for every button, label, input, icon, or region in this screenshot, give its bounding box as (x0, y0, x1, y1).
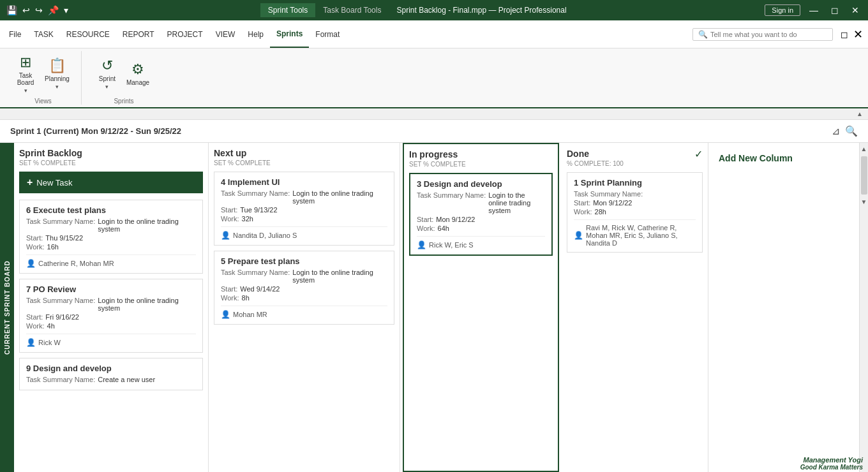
scrollbar[interactable]: ▲ ▼ (859, 143, 868, 472)
task-4-summary-value: Login to the online trading system (292, 189, 387, 205)
ribbon: ⊞ TaskBoard ▾ 📋 Planning ▾ Views ↺ Sprin… (0, 48, 868, 108)
task-6-assignee-names: Catherine R, Mohan MR (38, 260, 114, 267)
undo-icon[interactable]: ↩ (22, 5, 30, 15)
search-icon: 🔍 (698, 30, 708, 39)
ribbon-btn-task-board[interactable]: ⊞ TaskBoard ▾ (13, 52, 38, 96)
menu-close-button[interactable]: ✕ (851, 26, 865, 43)
task-7-summary-label: Task Summary Name: (26, 297, 95, 312)
signin-button[interactable]: Sign in (765, 4, 800, 16)
board-search-icon[interactable]: 🔍 (845, 125, 858, 137)
ribbon-btn-planning[interactable]: 📋 Planning ▾ (41, 55, 73, 92)
task-4-title: 4 Implement UI (221, 177, 387, 187)
task-4-summary: Task Summary Name: Login to the online t… (221, 189, 387, 205)
planning-icon: 📋 (49, 57, 66, 74)
title-bar-right: Sign in — ◻ ✕ (765, 4, 863, 17)
search-input[interactable] (710, 31, 827, 38)
task-3-start-label: Start: (417, 216, 433, 223)
task-4-work-value: 32h (242, 215, 253, 223)
task-6-summary-label: Task Summary Name: (26, 218, 95, 233)
ribbon-group-views: ⊞ TaskBoard ▾ 📋 Planning ▾ Views (5, 51, 82, 105)
redo-icon[interactable]: ↪ (35, 5, 43, 15)
ribbon-btn-manage[interactable]: ⚙ Manage (123, 59, 153, 89)
task-card-3[interactable]: 3 Design and develop Task Summary Name: … (409, 173, 553, 256)
title-tab-task-board-tools[interactable]: Task Board Tools (315, 3, 389, 17)
manage-label: Manage (126, 79, 149, 86)
task-5-summary: Task Summary Name: Login to the online t… (221, 269, 387, 284)
task-4-start-label: Start: (221, 206, 237, 214)
title-tab-sprint-tools[interactable]: Sprint Tools (260, 3, 315, 17)
scroll-thumb[interactable] (861, 156, 867, 195)
done-header: Done (567, 149, 589, 159)
task-card-5[interactable]: 5 Prepare test plans Task Summary Name: … (214, 251, 394, 325)
filter-icon[interactable]: ⊿ (832, 125, 840, 137)
task-4-summary-label: Task Summary Name: (221, 189, 290, 205)
menu-task[interactable]: TASK (27, 20, 59, 48)
sprint-header-right: ⊿ 🔍 (832, 125, 858, 137)
next-up-subheader: SET % COMPLETE (214, 159, 394, 166)
task-3-start-value: Mon 9/12/22 (436, 216, 475, 223)
person-icon-1: 👤 (574, 231, 583, 240)
task-7-summary: Task Summary Name: Login to the online t… (26, 297, 196, 312)
menu-help[interactable]: Help (241, 20, 270, 48)
task-3-work-label: Work: (417, 225, 435, 232)
column-backlog: Sprint Backlog SET % COMPLETE + New Task… (14, 143, 209, 472)
save-icon[interactable]: 💾 (6, 5, 17, 15)
person-icon-3: 👤 (417, 240, 426, 249)
more-icon[interactable]: ▾ (64, 5, 68, 15)
footer: Management Yogi Good Karma Matters (795, 455, 868, 472)
task-5-assignee-names: Mohan MR (233, 311, 267, 318)
task-card-7[interactable]: 7 PO Review Task Summary Name: Login to … (19, 279, 203, 353)
done-checkmark: ✓ (694, 148, 703, 160)
task-card-6[interactable]: 6 Execute test plans Task Summary Name: … (19, 200, 203, 274)
task-card-4[interactable]: 4 Implement UI Task Summary Name: Login … (214, 172, 394, 246)
sprint-dropdown[interactable]: ▾ (105, 84, 108, 90)
menu-resource[interactable]: RESOURCE (60, 20, 116, 48)
task-3-assignee-names: Rick W, Eric S (429, 241, 474, 249)
side-label: CURRENT SPRINT BOARD (0, 143, 14, 472)
menu-file[interactable]: File (3, 20, 27, 48)
menu-format[interactable]: Format (309, 20, 346, 48)
menu-view[interactable]: VIEW (209, 20, 242, 48)
task-1-assignees: 👤 Ravi M, Rick W, Catherine R, Mohan MR,… (574, 224, 696, 247)
task-5-work: Work: 8h (221, 294, 387, 302)
menu-report[interactable]: REPORT (116, 20, 161, 48)
task-board-dropdown[interactable]: ▾ (24, 87, 27, 94)
planning-dropdown[interactable]: ▾ (56, 84, 59, 90)
person-icon-4: 👤 (221, 231, 230, 240)
ribbon-btn-sprint[interactable]: ↺ Sprint ▾ (94, 55, 120, 92)
scroll-up-button[interactable]: ▲ (858, 143, 868, 155)
window-title: Sprint Backlog - Final.mpp — Project Pro… (396, 6, 566, 15)
pin-icon[interactable]: 📌 (48, 5, 59, 15)
task-6-work-value: 16h (47, 243, 59, 251)
add-new-column-link[interactable]: Add New Column (719, 153, 793, 163)
manage-icon: ⚙ (131, 61, 144, 78)
task-card-1[interactable]: 1 Sprint Planning Task Summary Name: Sta… (567, 172, 703, 253)
task-4-work-label: Work: (221, 215, 239, 223)
task-3-assignees: 👤 Rick W, Eric S (417, 240, 545, 249)
task-card-9[interactable]: 9 Design and develop Task Summary Name: … (19, 358, 203, 390)
task-1-title: 1 Sprint Planning (574, 178, 696, 188)
new-task-button[interactable]: + New Task (19, 172, 203, 193)
task-1-summary-label: Task Summary Name: (574, 190, 643, 198)
backlog-header: Sprint Backlog (19, 148, 203, 158)
collapse-ribbon-button[interactable]: ▲ (857, 110, 863, 117)
task-6-start-value: Thu 9/15/22 (45, 234, 83, 242)
restore-window-button[interactable]: ◻ (838, 28, 851, 41)
task-5-summary-label: Task Summary Name: (221, 269, 290, 284)
close-button[interactable]: ✕ (848, 4, 863, 17)
task-1-summary: Task Summary Name: (574, 190, 696, 198)
sprints-group-label: Sprints (114, 96, 133, 105)
restore-button[interactable]: ◻ (827, 4, 842, 17)
task-7-title: 7 PO Review (26, 284, 196, 294)
task-7-work-value: 4h (47, 322, 55, 330)
menu-project[interactable]: PROJECT (161, 20, 209, 48)
task-7-start-label: Start: (26, 313, 43, 321)
task-5-start-value: Wed 9/14/22 (240, 285, 280, 293)
task-3-summary: Task Summary Name: Login to the online t… (417, 191, 545, 214)
task-4-start: Start: Tue 9/13/22 (221, 206, 387, 214)
task-3-start: Start: Mon 9/12/22 (417, 216, 545, 223)
scroll-down-button[interactable]: ▼ (858, 196, 868, 208)
task-7-assignees: 👤 Rick W (26, 338, 196, 347)
menu-sprints[interactable]: Sprints (270, 20, 309, 48)
minimize-button[interactable]: — (805, 4, 822, 17)
